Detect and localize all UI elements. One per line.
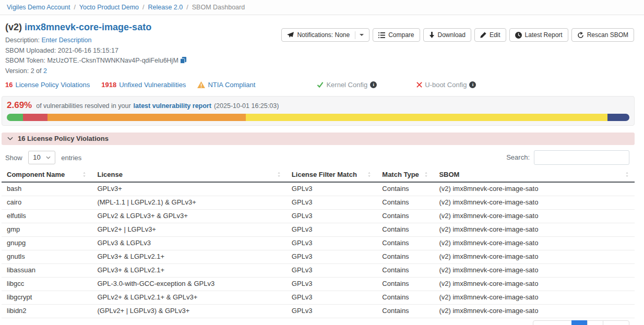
download-icon — [429, 32, 435, 38]
column-header-license[interactable]: License — [92, 168, 286, 182]
breadcrumb-current: SBOM Dashboard — [192, 4, 245, 11]
description-label: Description: — [5, 37, 40, 44]
enter-description-link[interactable]: Enter Description — [41, 37, 91, 44]
cell-license-filter-match: GPLv3 — [287, 304, 377, 318]
cell-sbom: (v2) imx8mnevk-core-image-sato — [434, 250, 635, 263]
toolbar: Notifications: None Compare Download Edi… — [281, 28, 634, 42]
x-icon — [416, 82, 422, 88]
version-line: Version: 2 of 2 — [5, 67, 635, 75]
stat-unfixed-vulnerabilities[interactable]: 1918 Unfixed Vulnerabilities — [101, 81, 186, 89]
cell-component: libgcc — [2, 277, 92, 291]
column-label: SBOM — [439, 171, 459, 178]
cell-license: GPLv3 & LGPLv3 — [92, 236, 286, 250]
cell-component: bash — [2, 182, 92, 196]
cell-match-type: Contains — [377, 182, 434, 196]
cell-sbom: (v2) imx8mnevk-core-image-sato — [434, 236, 635, 250]
token-line: SBOM Token: MzUzOTE.-CksnTNWNKNav4P-qdiF… — [5, 57, 635, 65]
column-header-match-type[interactable]: Match Type — [377, 168, 434, 182]
uboot-config-label: U-boot Config — [425, 81, 467, 89]
pagination-next[interactable]: Next — [603, 320, 629, 325]
pagination-previous[interactable]: Previous — [533, 320, 572, 325]
cell-component: elfutils — [2, 209, 92, 223]
breadcrumb-link-release[interactable]: Release 2.0 — [148, 4, 183, 11]
cell-match-type: Contains — [377, 196, 434, 209]
column-header-license-filter-match[interactable]: License Filter Match — [287, 168, 377, 182]
copy-icon[interactable] — [180, 57, 187, 64]
cell-component: cairo — [2, 196, 92, 209]
unfixed-link[interactable]: Unfixed Vulnerabilities — [119, 81, 186, 89]
rescan-sbom-button[interactable]: Rescan SBOM — [571, 28, 634, 42]
table-row: libgcryptGPLv2+ & LGPLv2.1+ & GPLv3+GPLv… — [2, 291, 635, 304]
cell-sbom: (v2) imx8mnevk-core-image-sato — [434, 223, 635, 236]
stat-ntia-compliant[interactable]: NTIA Compliant — [197, 81, 255, 89]
cell-match-type: Contains — [377, 304, 434, 318]
caret-down-icon — [355, 31, 364, 39]
unfixed-count: 1918 — [101, 81, 116, 89]
edit-label: Edit — [490, 31, 500, 39]
send-icon — [287, 32, 294, 38]
search-input[interactable] — [534, 150, 629, 165]
cell-sbom: (v2) imx8mnevk-core-image-sato — [434, 263, 635, 277]
latest-report-label: Latest Report — [525, 31, 563, 39]
cell-license-filter-match: GPLv3 — [287, 291, 377, 304]
info-icon[interactable] — [469, 81, 476, 88]
cell-license-filter-match: GPLv3 — [287, 223, 377, 236]
rescan-icon — [577, 32, 584, 39]
report-timestamp: (2025-10-01 16:25:03) — [214, 102, 279, 110]
breadcrumb-link-account[interactable]: Vigiles Demo Account — [7, 4, 70, 11]
table-row: bashGPLv3+GPLv3Contains(v2) imx8mnevk-co… — [2, 182, 635, 196]
compare-button[interactable]: Compare — [373, 28, 420, 42]
entries-select[interactable]: 10 — [28, 151, 55, 164]
breadcrumb: Vigiles Demo Account / Yocto Product Dem… — [0, 0, 644, 15]
cell-license: (GPLv2+ | LGPLv3) & GPLv3+ — [92, 304, 286, 318]
cell-license: GPLv2+ & LGPLv2.1+ & GPLv3+ — [92, 291, 286, 304]
cell-component: gnupg — [2, 236, 92, 250]
sbom-title: imx8mnevk-core-image-sato — [25, 22, 151, 32]
section-title: 16 License Policy Violations — [18, 135, 109, 142]
ntia-link[interactable]: NTIA Compliant — [208, 81, 255, 89]
column-header-sbom[interactable]: SBOM — [434, 168, 635, 182]
notifications-button[interactable]: Notifications: None — [281, 28, 369, 42]
cell-license-filter-match: GPLv3 — [287, 209, 377, 223]
pagination-page-1[interactable]: 1 — [571, 320, 588, 325]
progress-segment-resolved-green — [7, 114, 23, 121]
sbom-header: (v2) imx8mnevk-core-image-sato Descripti… — [2, 15, 635, 75]
cell-license-filter-match: GPLv3 — [287, 182, 377, 196]
cell-sbom: (v2) imx8mnevk-core-image-sato — [434, 291, 635, 304]
version-label: Version: — [5, 67, 29, 75]
cell-match-type: Contains — [377, 209, 434, 223]
cell-license: GPL-3.0-with-GCC-exception & GPLv3 — [92, 277, 286, 291]
license-violations-section-header[interactable]: 16 License Policy Violations — [2, 133, 635, 145]
table-row: elfutilsGPLv2 & LGPLv3+ & GPLv3+GPLv3Con… — [2, 209, 635, 223]
cell-license-filter-match: GPLv3 — [287, 196, 377, 209]
latest-report-button[interactable]: Latest Report — [509, 28, 568, 42]
stat-uboot-config[interactable]: U-boot Config — [416, 81, 476, 89]
sort-icon — [277, 172, 281, 177]
version-value: 2 of — [31, 67, 42, 75]
table-row: gnutlsGPLv3+ & LGPLv2.1+GPLv3Contains(v2… — [2, 250, 635, 263]
pagination-page-2[interactable]: 2 — [587, 320, 603, 325]
breadcrumb-separator: / — [186, 4, 188, 11]
sort-icon — [367, 172, 372, 177]
column-header-component-name[interactable]: Component Name — [2, 168, 92, 182]
breadcrumb-separator: / — [74, 4, 75, 11]
breadcrumb-link-product[interactable]: Yocto Product Demo — [79, 4, 139, 11]
version-link[interactable]: 2 — [43, 67, 47, 75]
latest-vulnerability-report-link[interactable]: latest vulnerability report — [134, 102, 211, 110]
entries-label: entries — [61, 153, 81, 161]
license-violations-link[interactable]: License Policy Violations — [15, 81, 90, 89]
stat-license-violations[interactable]: 16 License Policy Violations — [5, 81, 90, 89]
kernel-config-label: Kernel Config — [326, 81, 367, 89]
caret-down-icon — [46, 156, 51, 159]
cell-match-type: Contains — [377, 277, 434, 291]
column-label: License — [97, 171, 122, 178]
stat-kernel-config[interactable]: Kernel Config — [317, 81, 377, 89]
info-icon[interactable] — [370, 81, 377, 88]
edit-button[interactable]: Edit — [474, 28, 506, 42]
progress-segment-low-navy — [607, 114, 629, 121]
uploaded-value: 2021-06-16 15:15:17 — [58, 47, 118, 54]
progress-segment-high-orange — [47, 114, 246, 121]
cell-component: libgcrypt — [2, 291, 92, 304]
cell-sbom: (v2) imx8mnevk-core-image-sato — [434, 182, 635, 196]
download-button[interactable]: Download — [423, 28, 471, 42]
